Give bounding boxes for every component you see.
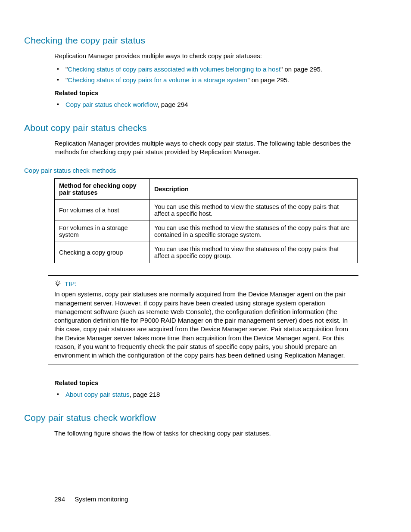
related-topics-label: Related topics (54, 89, 359, 96)
intro-text-2: Replication Manager provides multiple wa… (54, 139, 359, 157)
table-cell-method: Checking a copy group (55, 242, 150, 263)
intro-text: Replication Manager provides multiple wa… (54, 52, 359, 60)
list-item: About copy pair status, page 218 (54, 390, 359, 400)
heading-checking-copy-pair-status: Checking the copy pair status (24, 35, 359, 46)
heading-about-copy-pair-status-checks: About copy pair status checks (24, 123, 359, 133)
bullet-list: "Checking status of copy pairs associate… (54, 65, 359, 85)
page-number: 294 (54, 495, 65, 503)
table-cell-method: For volumes of a host (55, 200, 150, 221)
tip-text: In open systems, copy pair statuses are … (54, 290, 358, 360)
link-about-copy-pair-status[interactable]: About copy pair status (65, 391, 129, 398)
table-caption: Copy pair status check methods (24, 167, 359, 174)
bullet-suffix: " on page 295. (247, 76, 289, 84)
svg-line-6 (59, 281, 60, 282)
link-checking-status-storage[interactable]: Checking status of copy pairs for a volu… (68, 76, 247, 84)
intro-text-3: The following figure shows the flow of t… (54, 429, 359, 438)
tip-block: TIP: In open systems, copy pair statuses… (48, 275, 358, 364)
related-list-2: About copy pair status, page 218 (54, 390, 359, 400)
heading-copy-pair-status-check-workflow: Copy pair status check workflow (24, 413, 359, 423)
svg-point-0 (56, 282, 59, 285)
link-copy-pair-workflow[interactable]: Copy pair status check workflow (65, 101, 157, 108)
list-item: "Checking status of copy pairs associate… (54, 65, 359, 75)
tip-label: TIP: (65, 280, 77, 287)
related-suffix: , page 294 (157, 101, 188, 108)
table-header-row: Method for checking copy pair statuses D… (55, 179, 358, 200)
related-topics-label-2: Related topics (54, 379, 359, 386)
related-list: Copy pair status check workflow, page 29… (54, 100, 359, 110)
table-row: For volumes in a storage system You can … (55, 221, 358, 242)
table-cell-desc: You can use this method to view the stat… (150, 200, 358, 221)
table-cell-desc: You can use this method to view the stat… (150, 221, 358, 242)
related-suffix: , page 218 (129, 391, 160, 398)
chapter-name: System monitoring (75, 495, 128, 503)
table-header-method: Method for checking copy pair statuses (55, 179, 150, 200)
svg-line-5 (56, 281, 56, 282)
table-row: Checking a copy group You can use this m… (55, 242, 358, 263)
lightbulb-icon (54, 280, 61, 287)
table-row: For volumes of a host You can use this m… (55, 200, 358, 221)
list-item: "Checking status of copy pairs for a vol… (54, 75, 359, 85)
bullet-suffix: " on page 295. (280, 65, 322, 73)
link-checking-status-host[interactable]: Checking status of copy pairs associated… (68, 65, 280, 73)
methods-table: Method for checking copy pair statuses D… (54, 178, 358, 263)
table-cell-desc: You can use this method to view the stat… (150, 242, 358, 263)
list-item: Copy pair status check workflow, page 29… (54, 100, 359, 110)
table-cell-method: For volumes in a storage system (55, 221, 150, 242)
table-header-description: Description (150, 179, 358, 200)
page-footer: 294 System monitoring (54, 495, 128, 503)
